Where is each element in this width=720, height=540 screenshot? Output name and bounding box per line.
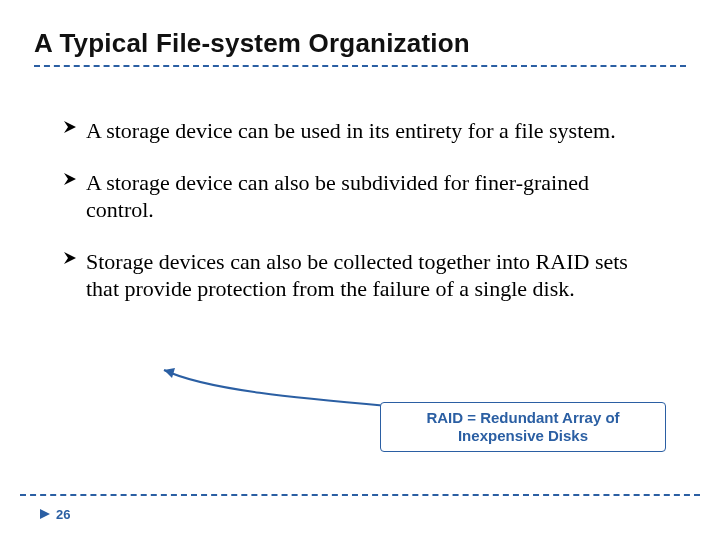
- bullet-item: A storage device can also be subdivided …: [62, 169, 658, 224]
- page-number-value: 26: [56, 507, 70, 522]
- callout-text: RAID = Redundant Array of Inexpensive Di…: [391, 409, 655, 445]
- bullet-item: A storage device can be used in its enti…: [62, 117, 658, 145]
- bullet-item: Storage devices can also be collected to…: [62, 248, 658, 303]
- bullet-arrow-icon: [62, 119, 82, 135]
- slide-body: A storage device can be used in its enti…: [34, 67, 686, 303]
- bullet-arrow-icon: [62, 250, 82, 266]
- slide: A Typical File-system Organization A sto…: [0, 0, 720, 540]
- raid-callout: RAID = Redundant Array of Inexpensive Di…: [380, 402, 666, 452]
- page-number-triangle-icon: [40, 507, 50, 522]
- bullet-text: A storage device can also be subdivided …: [86, 170, 589, 223]
- bullet-text: Storage devices can also be collected to…: [86, 249, 628, 302]
- bullet-arrow-icon: [62, 171, 82, 187]
- slide-title: A Typical File-system Organization: [34, 28, 686, 67]
- bullet-text: A storage device can be used in its enti…: [86, 118, 616, 143]
- page-number: 26: [40, 507, 70, 522]
- footer-divider: [20, 494, 700, 496]
